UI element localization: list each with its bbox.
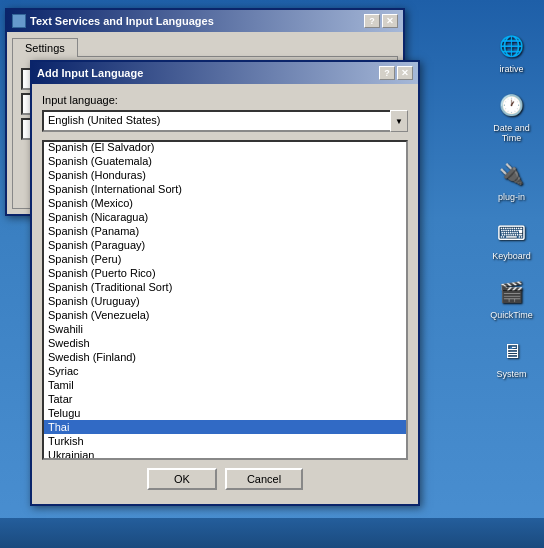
titlebar-left: Text Services and Input Languages bbox=[12, 14, 214, 28]
list-item[interactable]: Swedish bbox=[44, 336, 406, 350]
outer-titlebar: Text Services and Input Languages ? ✕ bbox=[7, 10, 403, 32]
list-item[interactable]: Turkish bbox=[44, 434, 406, 448]
list-item[interactable]: Swahili bbox=[44, 322, 406, 336]
list-item[interactable]: Spanish (Traditional Sort) bbox=[44, 280, 406, 294]
list-item[interactable]: Spanish (Mexico) bbox=[44, 196, 406, 210]
keyboard-icon: ⌨ bbox=[496, 217, 528, 249]
inner-dialog-title: Add Input Language bbox=[37, 67, 143, 79]
desktop-icon-keyboard[interactable]: ⌨ Keyboard bbox=[484, 217, 539, 261]
list-item[interactable]: Spanish (Puerto Rico) bbox=[44, 266, 406, 280]
language-combobox[interactable]: English (United States) ▼ bbox=[42, 110, 408, 132]
language-combobox-value: English (United States) bbox=[42, 110, 390, 132]
irative-icon: 🌐 bbox=[496, 30, 528, 62]
taskbar bbox=[0, 518, 544, 548]
inner-close-button[interactable]: ✕ bbox=[397, 66, 413, 80]
list-item[interactable]: Tamil bbox=[44, 378, 406, 392]
desktop-icons: 🌐 irative 🕐 Date and Time 🔌 plug-in ⌨ Ke… bbox=[484, 30, 539, 379]
inner-titlebar-left: Add Input Language bbox=[37, 67, 143, 79]
dialog-buttons: OK Cancel bbox=[42, 460, 408, 494]
list-item[interactable]: Spanish (Uruguay) bbox=[44, 294, 406, 308]
list-item[interactable]: Spanish (Nicaragua) bbox=[44, 210, 406, 224]
list-item[interactable]: Spanish (Guatemala) bbox=[44, 154, 406, 168]
desktop-icon-system[interactable]: 🖥 System bbox=[484, 335, 539, 379]
desktop-icon-irative[interactable]: 🌐 irative bbox=[484, 30, 539, 74]
list-item[interactable]: Spanish (Peru) bbox=[44, 252, 406, 266]
add-input-language-dialog: Add Input Language ? ✕ Input language: E… bbox=[30, 60, 420, 506]
list-item[interactable]: Ukrainian bbox=[44, 448, 406, 460]
tab-settings[interactable]: Settings bbox=[12, 38, 78, 57]
datetime-label: Date and Time bbox=[484, 123, 539, 143]
list-item[interactable]: Spanish (El Salvador) bbox=[44, 140, 406, 154]
list-item[interactable]: Thai bbox=[44, 420, 406, 434]
quicktime-icon: 🎬 bbox=[496, 276, 528, 308]
quicktime-label: QuickTime bbox=[490, 310, 533, 320]
tabs-row: Settings bbox=[7, 32, 403, 56]
outer-window-title: Text Services and Input Languages bbox=[30, 15, 214, 27]
irative-label: irative bbox=[499, 64, 523, 74]
window-icon bbox=[12, 14, 26, 28]
inner-titlebar: Add Input Language ? ✕ bbox=[32, 62, 418, 84]
inner-titlebar-buttons: ? ✕ bbox=[379, 66, 413, 80]
close-button[interactable]: ✕ bbox=[382, 14, 398, 28]
keyboard-label: Keyboard bbox=[492, 251, 531, 261]
list-item[interactable]: Swedish (Finland) bbox=[44, 350, 406, 364]
inner-help-button[interactable]: ? bbox=[379, 66, 395, 80]
list-item[interactable]: Spanish (Paraguay) bbox=[44, 238, 406, 252]
datetime-icon: 🕐 bbox=[496, 89, 528, 121]
dialog-content: Input language: English (United States) … bbox=[32, 84, 418, 504]
list-item[interactable]: Spanish (Honduras) bbox=[44, 168, 406, 182]
desktop-icon-quicktime[interactable]: 🎬 QuickTime bbox=[484, 276, 539, 320]
list-item[interactable]: Syriac bbox=[44, 364, 406, 378]
list-item[interactable]: Spanish (Panama) bbox=[44, 224, 406, 238]
language-listbox[interactable]: Spanish (Costa Rica)Spanish (Dominican R… bbox=[42, 140, 408, 460]
titlebar-buttons: ? ✕ bbox=[364, 14, 398, 28]
cancel-button[interactable]: Cancel bbox=[225, 468, 303, 490]
list-item[interactable]: Spanish (Venezuela) bbox=[44, 308, 406, 322]
input-language-label: Input language: bbox=[42, 94, 408, 106]
system-label: System bbox=[496, 369, 526, 379]
language-combobox-arrow[interactable]: ▼ bbox=[390, 110, 408, 132]
list-item[interactable]: Telugu bbox=[44, 406, 406, 420]
help-button[interactable]: ? bbox=[364, 14, 380, 28]
desktop-icon-datetime[interactable]: 🕐 Date and Time bbox=[484, 89, 539, 143]
plugin-icon: 🔌 bbox=[496, 158, 528, 190]
list-item[interactable]: Spanish (International Sort) bbox=[44, 182, 406, 196]
plugin-label: plug-in bbox=[498, 192, 525, 202]
desktop-icon-plugin[interactable]: 🔌 plug-in bbox=[484, 158, 539, 202]
system-icon: 🖥 bbox=[496, 335, 528, 367]
list-item[interactable]: Tatar bbox=[44, 392, 406, 406]
ok-button[interactable]: OK bbox=[147, 468, 217, 490]
